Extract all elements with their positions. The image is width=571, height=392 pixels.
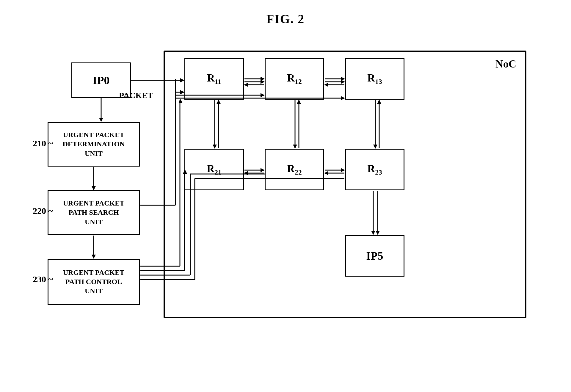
upsu-label: URGENT PACKETPATH SEARCHUNIT — [63, 199, 124, 227]
r23-label: R23 — [367, 162, 382, 176]
svg-marker-3 — [92, 186, 96, 190]
ref-220: 220 ~ — [33, 206, 53, 216]
r13-box: R13 — [345, 58, 404, 100]
r21-label: R21 — [207, 162, 221, 176]
uppcu-label: URGENT PACKETPATH CONTROLUNIT — [63, 268, 124, 296]
r13-label: R13 — [367, 72, 382, 86]
r12-box: R12 — [265, 58, 324, 100]
ip5-box: IP5 — [345, 235, 404, 277]
ip5-label: IP5 — [366, 249, 383, 262]
diagram-container: NoC IP0 R11 R12 R13 R21 R22 R23 IP5 URGE… — [30, 33, 541, 384]
upsu-box: URGENT PACKETPATH SEARCHUNIT — [48, 190, 140, 235]
r23-box: R23 — [345, 149, 404, 190]
ip0-label: IP0 — [93, 74, 110, 87]
r22-box: R22 — [265, 149, 324, 190]
noc-label: NoC — [495, 58, 516, 70]
ref-230: 230 ~ — [33, 274, 53, 284]
ref-210: 210 ~ — [33, 138, 53, 148]
updu-box: URGENT PACKETDETERMINATIONUNIT — [48, 122, 140, 167]
figure-title: FIG. 2 — [0, 0, 571, 26]
svg-marker-5 — [92, 255, 96, 259]
packet-label: PACKET — [119, 91, 153, 100]
r21-box: R21 — [184, 149, 244, 190]
updu-label: URGENT PACKETDETERMINATIONUNIT — [63, 130, 125, 158]
r22-label: R22 — [287, 162, 302, 176]
svg-marker-1 — [99, 118, 103, 122]
r11-box: R11 — [184, 58, 244, 100]
uppcu-box: URGENT PACKETPATH CONTROLUNIT — [48, 259, 140, 305]
r12-label: R12 — [287, 72, 302, 86]
r11-label: R11 — [207, 72, 221, 86]
